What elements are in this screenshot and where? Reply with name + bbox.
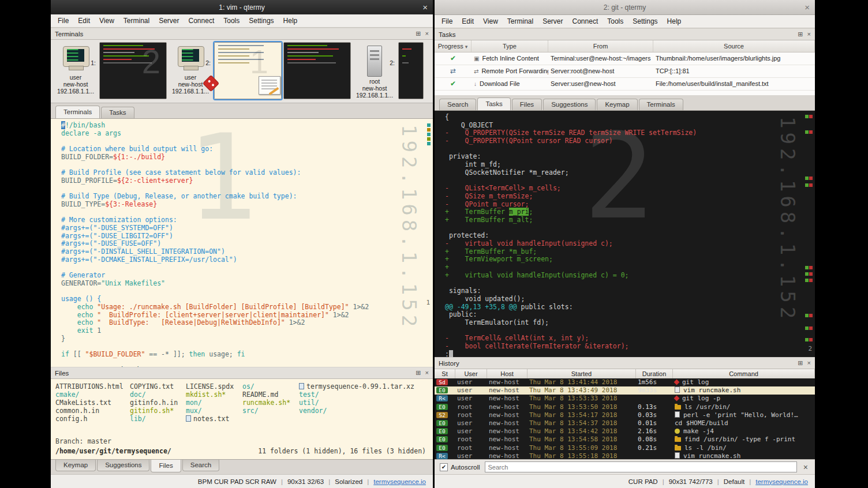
file-item[interactable]: gitinfo.sh*: [130, 407, 178, 415]
tab-keymap[interactable]: Keymap: [597, 99, 637, 110]
menu-edit[interactable]: Edit: [73, 16, 95, 26]
history-header-host[interactable]: Host: [487, 369, 527, 378]
file-item[interactable]: doc/: [130, 391, 178, 399]
file-item[interactable]: test/: [299, 391, 414, 399]
search-close-icon[interactable]: ×: [802, 463, 810, 472]
menu-server[interactable]: Server: [154, 16, 184, 26]
tab-search[interactable]: Search: [439, 99, 476, 110]
dock-float-icon[interactable]: ⊞: [798, 360, 803, 366]
file-item[interactable]: os/: [242, 382, 290, 391]
file-item[interactable]: mon/: [186, 399, 234, 407]
menu-view[interactable]: View: [478, 16, 503, 27]
menu-file[interactable]: File: [437, 16, 457, 27]
history-row[interactable]: E0usernew-hostThu Mar 8 13:43:49 20189m3…: [435, 386, 815, 395]
terminal-thumbnail[interactable]: 2:rootnew-host192.168.1.1...: [353, 42, 396, 99]
history-row[interactable]: E0rootnew-hostThu Mar 8 13:53:50 20180.1…: [435, 403, 815, 411]
terminal-thumbnail[interactable]: 2: [99, 42, 167, 99]
terminal-thumbnail[interactable]: [283, 42, 351, 99]
menu-settings[interactable]: Settings: [628, 16, 662, 27]
history-header-st[interactable]: St: [435, 369, 455, 378]
menu-view[interactable]: View: [95, 16, 119, 26]
menu-edit[interactable]: Edit: [457, 16, 478, 27]
tab-files[interactable]: Files: [512, 99, 542, 110]
history-header-started[interactable]: Started: [527, 369, 636, 378]
terminal-thumbnail[interactable]: [398, 42, 424, 99]
file-item[interactable]: ATTRIBUTIONS.html: [55, 382, 124, 391]
tab-files[interactable]: Files: [151, 460, 181, 472]
terminal-thumbnail[interactable]: 2:usernew-host192.168.1.1...: [169, 42, 212, 99]
menu-help[interactable]: Help: [279, 16, 302, 26]
tasks-header-progress[interactable]: Progress▾: [435, 40, 472, 52]
window-close-icon[interactable]: ×: [805, 0, 810, 14]
history-search-input[interactable]: [485, 461, 797, 472]
autoscroll-checkbox[interactable]: ✔ Autoscroll: [440, 463, 480, 471]
dock-float-icon[interactable]: ⊞: [416, 31, 421, 37]
task-row[interactable]: ⇄⇄Remote Port ForwardingServer:root@new-…: [435, 65, 815, 78]
file-item[interactable]: runcmake.sh*: [242, 399, 290, 407]
file-item[interactable]: util/: [299, 399, 414, 407]
tasks-header-from[interactable]: From: [548, 40, 653, 52]
file-item[interactable]: config.h: [55, 415, 124, 423]
history-row[interactable]: E0usernew-hostThu Mar 8 13:54:42 20182.1…: [435, 427, 815, 436]
history-row[interactable]: E0rootnew-hostThu Mar 8 13:54:58 20180.0…: [435, 436, 815, 444]
dock-float-icon[interactable]: ⊞: [798, 31, 803, 37]
status-link[interactable]: termysequence.io: [373, 478, 426, 485]
file-item[interactable]: COPYING.txt: [130, 382, 178, 391]
file-item[interactable]: lib/: [130, 415, 178, 423]
menu-terminal[interactable]: Terminal: [503, 16, 538, 27]
menu-terminal[interactable]: Terminal: [119, 16, 154, 26]
dock-close-icon[interactable]: ×: [425, 31, 429, 37]
tab-tasks[interactable]: Tasks: [101, 107, 134, 118]
dock-float-icon[interactable]: ⊞: [416, 370, 421, 376]
tab-tasks[interactable]: Tasks: [477, 97, 510, 110]
file-item[interactable]: mkdist.sh*: [186, 391, 234, 399]
history-row[interactable]: R<usernew-hostThu Mar 8 13:53:33 2018git…: [435, 395, 815, 403]
file-item[interactable]: cmake/: [55, 391, 124, 399]
tab-terminals[interactable]: Terminals: [639, 99, 683, 110]
history-row[interactable]: R<usernew-hostThu Mar 8 13:55:18 2018vim…: [435, 452, 815, 459]
menu-file[interactable]: File: [53, 16, 73, 26]
titlebar-vim-window[interactable]: 1: vim - qtermy ×: [51, 0, 433, 14]
terminal-thumbnail[interactable]: 1:usernew-host192.168.1.1...: [54, 42, 98, 99]
terminal-git[interactable]: 2 192.168.1.152 { Q_OBJECT- Q_PROPERTY(Q…: [435, 111, 815, 357]
dock-close-icon[interactable]: ×: [807, 360, 811, 366]
file-item[interactable]: src/: [242, 407, 290, 415]
tasks-header-type[interactable]: Type: [472, 40, 548, 52]
history-row[interactable]: E0rootnew-hostThu Mar 8 13:55:09 20180.2…: [435, 444, 815, 452]
tab-suggestions[interactable]: Suggestions: [543, 99, 596, 110]
history-header-command[interactable]: Command: [673, 369, 815, 378]
window-close-icon[interactable]: ×: [422, 0, 428, 14]
task-row[interactable]: ✔▣Fetch Inline ContentTerminal:user@new-…: [435, 52, 815, 65]
file-item[interactable]: gitinfo.h.in: [130, 399, 178, 407]
file-item[interactable]: README.md: [242, 391, 290, 399]
task-row[interactable]: ✔↓Download FileServer:user@new-hostFile:…: [435, 78, 815, 91]
tab-search[interactable]: Search: [182, 460, 219, 471]
menu-settings[interactable]: Settings: [244, 16, 278, 26]
tab-keymap[interactable]: Keymap: [55, 460, 96, 471]
tab-terminals[interactable]: Terminals: [55, 106, 100, 118]
file-item[interactable]: LICENSE.spdx: [186, 382, 234, 391]
tab-suggestions[interactable]: Suggestions: [97, 460, 149, 471]
file-item[interactable]: termysequence-0.99.1.tar.xz: [299, 382, 414, 391]
menu-tools[interactable]: Tools: [603, 16, 628, 27]
terminal-thumbnail[interactable]: 1: [214, 42, 282, 99]
status-link[interactable]: termysequence.io: [755, 478, 808, 485]
history-header-duration[interactable]: Duration: [636, 369, 673, 378]
file-item[interactable]: notes.txt: [186, 415, 234, 423]
file-item[interactable]: CMakeLists.txt: [55, 399, 124, 407]
terminal-vim[interactable]: 1 192.168.1.152 #!/bin/bashdeclare -a ar…: [51, 119, 433, 367]
titlebar-git-window[interactable]: 2: git - qtermy ×: [435, 0, 815, 15]
tasks-header-source[interactable]: Source: [653, 40, 815, 52]
file-item[interactable]: mux/: [186, 407, 234, 415]
menu-tools[interactable]: Tools: [219, 16, 244, 26]
terminal-minimap[interactable]: 2: [805, 113, 814, 355]
menu-connect[interactable]: Connect: [184, 16, 219, 26]
history-header-user[interactable]: User: [455, 369, 487, 378]
file-item[interactable]: vendor/: [299, 407, 414, 415]
menu-connect[interactable]: Connect: [568, 16, 603, 27]
terminal-minimap[interactable]: 1: [422, 121, 432, 365]
file-item[interactable]: common.h.in: [55, 407, 124, 415]
menu-help[interactable]: Help: [663, 16, 686, 27]
dock-close-icon[interactable]: ×: [425, 370, 429, 376]
history-row[interactable]: S2rootnew-hostThu Mar 8 13:54:17 20180.0…: [435, 411, 815, 419]
